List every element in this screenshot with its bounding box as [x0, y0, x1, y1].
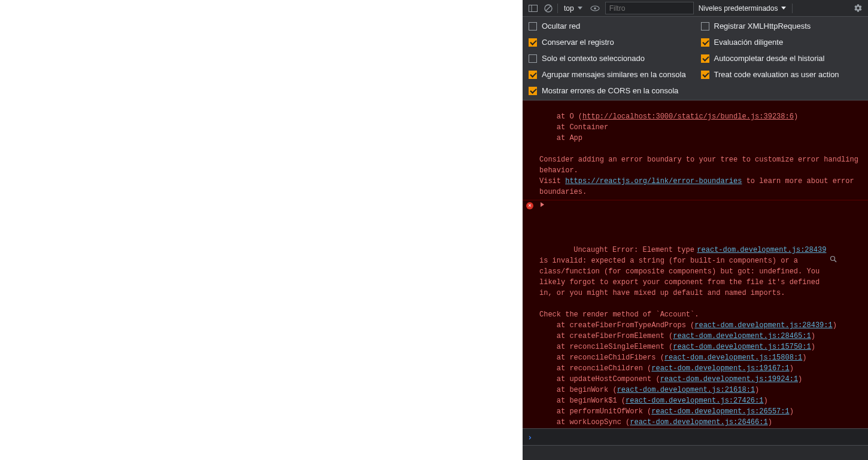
error-message: Uncaught Error: Element type is invalid:… [539, 246, 824, 319]
checkbox[interactable] [529, 87, 537, 95]
context-label: top [564, 4, 574, 13]
svg-line-7 [834, 260, 836, 262]
settings-checkbox-row[interactable]: Agrupar mensajes similares en la consola [529, 70, 690, 79]
stack-frame-text: ) [763, 397, 767, 405]
settings-checkbox-row[interactable]: Conservar el registro [529, 38, 690, 47]
stack-frame-text: ) [811, 332, 815, 340]
svg-line-3 [546, 6, 551, 11]
log-levels-selector[interactable]: Niveles predeterminados [694, 4, 791, 13]
svg-point-6 [831, 257, 835, 261]
live-expression-icon[interactable] [587, 1, 603, 16]
stack-frame-text: at reconcileSingleElement ( [539, 343, 673, 351]
stack-link[interactable]: react-dom.development.js:15808:1 [664, 354, 802, 362]
checkbox-label: Solo el contexto seleccionado [542, 54, 645, 63]
stack-frame-text: at reconcileChildren ( [539, 364, 651, 373]
checkbox[interactable] [701, 54, 709, 63]
context-selector[interactable]: top [559, 2, 587, 15]
settings-checkbox-row[interactable]: Solo el contexto seleccionado [529, 54, 690, 63]
stack-frame-text: at updateHostComponent ( [539, 375, 660, 383]
stack-link[interactable]: react-dom.development.js:28465:1 [673, 332, 811, 340]
stack-frame-text: ) [768, 418, 772, 427]
checkbox[interactable] [529, 54, 537, 63]
console-settings-panel: Ocultar redConservar el registroSolo el … [523, 17, 868, 100]
stack-link[interactable]: react-dom.development.js:27426:1 [626, 397, 763, 405]
error-entry: ✕ react-dom.development.js:28439Uncaught… [523, 200, 868, 428]
checkbox-label: Autocompletar desde el historial [714, 54, 825, 63]
checkbox[interactable] [701, 38, 709, 47]
gear-icon[interactable] [850, 1, 866, 16]
stack-line: at App [539, 134, 582, 142]
levels-label: Niveles predeterminados [699, 4, 778, 13]
stack-frame-text: ) [798, 375, 802, 383]
stack-link[interactable]: react-dom.development.js:19924:1 [660, 375, 798, 383]
settings-checkbox-row[interactable]: Treat code evaluation as user action [701, 70, 863, 79]
stack-link[interactable]: react-dom.development.js:19167:1 [651, 364, 789, 373]
status-bar [523, 445, 868, 460]
expand-icon[interactable] [541, 202, 544, 207]
devtools-panel: top Niveles predeterminados Ocultar redC… [523, 0, 868, 460]
toggle-sidebar-icon[interactable] [525, 1, 541, 16]
checkbox[interactable] [701, 22, 709, 31]
filter-input[interactable] [605, 2, 694, 14]
checkbox[interactable] [529, 22, 537, 31]
stack-frame-text: at performUnitOfWork ( [539, 407, 651, 416]
checkbox-label: Mostrar errores de CORS en la consola [542, 86, 678, 95]
stack-frame-text: ) [790, 364, 794, 373]
stack-line: at Container [539, 123, 608, 132]
stack-frame-text: at createFiberFromElement ( [539, 332, 673, 340]
chevron-down-icon [578, 7, 582, 10]
checkbox-label: Conservar el registro [542, 38, 614, 47]
stack-frame-text: at workLoopSync ( [539, 418, 630, 427]
stack-frame-text: at beginWork$1 ( [539, 397, 626, 405]
stack-frame-text: ) [790, 407, 794, 416]
checkbox[interactable] [701, 71, 709, 79]
checkbox-label: Treat code evaluation as user action [714, 70, 839, 79]
stack-frame-text: ) [755, 386, 759, 394]
checkbox[interactable] [529, 71, 537, 79]
stack-frame-text: ) [811, 343, 815, 351]
source-link[interactable]: react-dom.development.js:28439 [697, 245, 826, 255]
console-toolbar: top Niveles predeterminados [523, 0, 868, 17]
stack-frame-text: ) [802, 354, 806, 362]
error-hint: Consider adding an error boundary to you… [539, 156, 863, 175]
error-entry: at O (http://localhost:3000/static/js/bu… [523, 100, 868, 200]
svg-point-5 [594, 7, 596, 10]
search-icon[interactable] [830, 234, 864, 284]
settings-checkbox-row[interactable]: Ocultar red [529, 22, 690, 31]
chevron-down-icon [781, 7, 786, 10]
stack-link[interactable]: react-dom.development.js:28439:1 [694, 321, 832, 330]
stack-link[interactable]: http://localhost:3000/static/js/bundle.j… [582, 112, 794, 121]
stack-frame-text: at createFiberFromTypeAndProps ( [539, 321, 694, 330]
console-prompt[interactable]: › [523, 428, 868, 445]
docs-link[interactable]: https://reactjs.org/link/error-boundarie… [565, 177, 742, 185]
stack-link[interactable]: react-dom.development.js:21618:1 [617, 386, 755, 394]
settings-checkbox-row[interactable]: Registrar XMLHttpRequests [701, 22, 863, 31]
toolbar-divider [557, 4, 558, 13]
toolbar-divider [792, 4, 793, 13]
stack-frame-text: ) [833, 321, 837, 330]
console-output: at O (http://localhost:3000/static/js/bu… [523, 100, 868, 428]
error-hint-prefix: Visit [539, 177, 565, 185]
chevron-right-icon: › [527, 432, 532, 442]
checkbox-label: Ocultar red [542, 22, 580, 31]
settings-checkbox-row[interactable]: Evaluación diligente [701, 38, 863, 47]
checkbox-label: Evaluación diligente [714, 38, 784, 47]
checkbox[interactable] [529, 38, 537, 47]
stack-link[interactable]: react-dom.development.js:26466:1 [630, 418, 767, 427]
checkbox-label: Registrar XMLHttpRequests [714, 22, 811, 31]
stack-frame-text: at beginWork ( [539, 386, 617, 394]
stack-link[interactable]: react-dom.development.js:15750:1 [673, 343, 811, 351]
stack-frame-text: at reconcileChildFibers ( [539, 354, 664, 362]
stack-link[interactable]: react-dom.development.js:26557:1 [651, 407, 789, 416]
settings-checkbox-row[interactable]: Mostrar errores de CORS en la consola [529, 86, 690, 95]
checkbox-label: Agrupar mensajes similares en la consola [542, 70, 686, 79]
settings-checkbox-row[interactable]: Autocompletar desde el historial [701, 54, 863, 63]
error-icon: ✕ [526, 202, 533, 209]
svg-rect-0 [529, 5, 537, 11]
clear-console-icon[interactable] [541, 1, 556, 16]
